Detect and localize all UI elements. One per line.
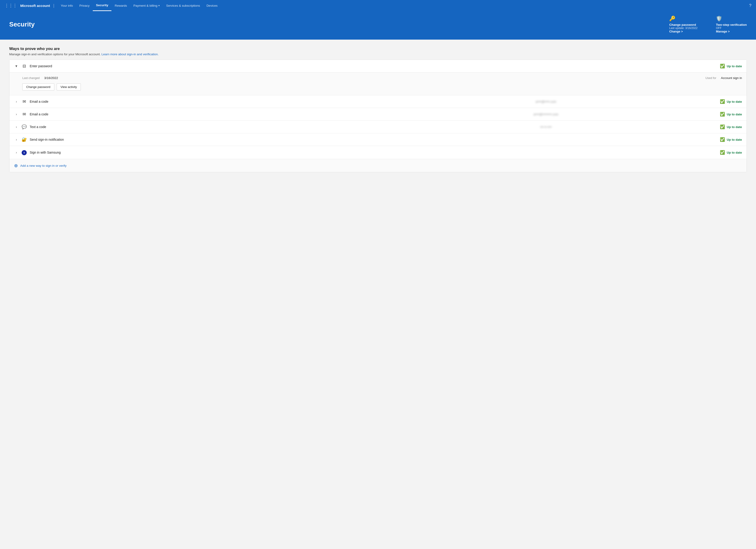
text-status: ✅ Up to date <box>720 124 742 129</box>
two-step-link[interactable]: Manage > <box>716 30 730 33</box>
samsung-status: ✅ Up to date <box>720 150 742 155</box>
check-icon: ✅ <box>720 137 725 142</box>
email2-status-text: Up to date <box>727 113 742 116</box>
text-detail: •••-••-•••• <box>375 125 717 129</box>
email1-detail: a••••@•••••.com <box>375 100 717 103</box>
chevron-down-icon: ▼ <box>14 64 19 68</box>
change-password-subtitle: Last update: 3/16/2022 <box>669 26 698 30</box>
text-item-row[interactable]: › 💬 Text a code •••-••-•••• ✅ Up to date <box>9 121 747 133</box>
change-password-action[interactable]: 🔑 Change password Last update: 3/16/2022… <box>669 16 698 33</box>
section-title: Ways to prove who you are <box>9 46 747 51</box>
nav-privacy[interactable]: Privacy <box>76 0 93 11</box>
check-icon: ✅ <box>720 112 725 117</box>
page-title: Security <box>9 21 35 28</box>
add-circle-icon: ⊕ <box>14 163 18 168</box>
nav-security[interactable]: Security <box>93 0 111 11</box>
nav-services[interactable]: Services & subscriptions <box>163 0 203 11</box>
change-password-link[interactable]: Change > <box>669 30 683 33</box>
notification-status: ✅ Up to date <box>720 137 742 142</box>
samsung-label: Sign in with Samsung <box>30 151 717 154</box>
email1-status: ✅ Up to date <box>720 99 742 104</box>
check-icon: ✅ <box>720 99 725 104</box>
chevron-right-icon: › <box>14 151 19 154</box>
add-new-link[interactable]: Add a new way to sign in or verify <box>20 164 67 167</box>
notification-status-text: Up to date <box>727 138 742 141</box>
chevron-right-icon: › <box>14 100 19 103</box>
text-label: Text a code <box>30 125 372 129</box>
email1-item: › ✉ Email a code a••••@•••••.com ✅ Up to… <box>9 95 747 108</box>
email1-label: Email a code <box>30 100 372 103</box>
password-expanded-content: Last changed 3/16/2022 Used for Account … <box>9 72 747 95</box>
email2-item: › ✉ Email a code a••••@•••••••••.com ✅ U… <box>9 108 747 121</box>
chevron-right-icon: › <box>14 125 19 129</box>
chevron-down-icon: ▾ <box>158 4 160 7</box>
nav-rewards[interactable]: Rewards <box>111 0 130 11</box>
password-item-row[interactable]: ▼ ⊟ Enter password ✅ Up to date <box>9 60 747 72</box>
notification-item-row[interactable]: › 🔐 Send sign-in notification ✅ Up to da… <box>9 133 747 146</box>
nav-links: Your info Privacy Security Rewards Payme… <box>58 0 749 11</box>
check-icon: ✅ <box>720 64 725 69</box>
section-desc: Manage sign-in and verification options … <box>9 52 747 56</box>
nav-bar: ⋮⋮⋮ Microsoft account | Your info Privac… <box>0 0 756 11</box>
nav-brand[interactable]: Microsoft account <box>20 4 50 8</box>
notification-label: Send sign-in notification <box>30 138 717 141</box>
nav-devices[interactable]: Devices <box>203 0 221 11</box>
email1-item-row[interactable]: › ✉ Email a code a••••@•••••.com ✅ Up to… <box>9 95 747 108</box>
password-item: ▼ ⊟ Enter password ✅ Up to date Last cha… <box>9 60 747 95</box>
password-meta: Last changed 3/16/2022 Used for Account … <box>22 74 742 80</box>
shield-check-icon: 🛡️ <box>716 16 722 22</box>
chevron-right-icon: › <box>14 112 19 116</box>
check-icon: ✅ <box>720 124 725 129</box>
nav-your-info[interactable]: Your info <box>58 0 76 11</box>
nav-payment-billing[interactable]: Payment & billing ▾ <box>130 0 163 11</box>
used-for-value: Account sign in <box>721 76 742 80</box>
last-changed-value: 3/16/2022 <box>44 76 58 80</box>
email2-item-row[interactable]: › ✉ Email a code a••••@•••••••••.com ✅ U… <box>9 108 747 120</box>
grid-icon[interactable]: ⋮⋮⋮ <box>5 3 17 8</box>
samsung-logo: S <box>22 150 27 155</box>
two-step-subtitle: OFF <box>716 26 721 30</box>
email2-status: ✅ Up to date <box>720 112 742 117</box>
security-list: ▼ ⊟ Enter password ✅ Up to date Last cha… <box>9 60 747 172</box>
password-label: Enter password <box>30 64 717 68</box>
change-password-button[interactable]: Change password <box>22 83 54 90</box>
notification-item: › 🔐 Send sign-in notification ✅ Up to da… <box>9 133 747 146</box>
last-changed-group: Last changed 3/16/2022 <box>22 76 58 80</box>
text-item: › 💬 Text a code •••-••-•••• ✅ Up to date <box>9 121 747 133</box>
check-icon: ✅ <box>720 150 725 155</box>
add-new-row[interactable]: ⊕ Add a new way to sign in or verify <box>9 159 747 172</box>
password-status-text: Up to date <box>727 64 742 68</box>
chevron-right-icon: › <box>14 138 19 141</box>
last-changed-label: Last changed <box>22 76 40 80</box>
hero-banner: Security 🔑 Change password Last update: … <box>0 11 756 40</box>
samsung-icon: S <box>21 150 27 155</box>
used-for-label: Used for <box>705 76 716 80</box>
two-step-title: Two-step verification <box>716 23 747 26</box>
change-password-title: Change password <box>669 23 696 26</box>
email-icon: ✉ <box>21 112 27 117</box>
password-icon: ⊟ <box>21 64 27 69</box>
samsung-item-row[interactable]: › S Sign in with Samsung ✅ Up to date <box>9 146 747 159</box>
samsung-item: › S Sign in with Samsung ✅ Up to date <box>9 146 747 159</box>
email-icon: ✉ <box>21 99 27 104</box>
password-actions: Change password View activity <box>22 83 742 90</box>
text-status-text: Up to date <box>727 125 742 129</box>
view-activity-button[interactable]: View activity <box>57 83 81 90</box>
lock-icon: 🔐 <box>21 137 27 142</box>
two-step-action[interactable]: 🛡️ Two-step verification OFF Manage > <box>716 16 747 33</box>
nav-divider: | <box>53 3 54 8</box>
learn-more-link[interactable]: Learn more about sign-in and verificatio… <box>102 52 159 56</box>
email1-status-text: Up to date <box>727 100 742 103</box>
email2-label: Email a code <box>30 112 372 116</box>
samsung-status-text: Up to date <box>727 151 742 154</box>
main-content: Ways to prove who you are Manage sign-in… <box>0 40 756 549</box>
password-status: ✅ Up to date <box>720 64 742 69</box>
sms-icon: 💬 <box>21 124 27 129</box>
email2-detail: a••••@•••••••••.com <box>375 113 717 116</box>
hero-actions: 🔑 Change password Last update: 3/16/2022… <box>669 16 747 33</box>
key-icon: 🔑 <box>669 16 675 22</box>
used-for-group: Used for Account sign in <box>705 76 742 80</box>
help-icon[interactable]: ? <box>749 3 751 8</box>
